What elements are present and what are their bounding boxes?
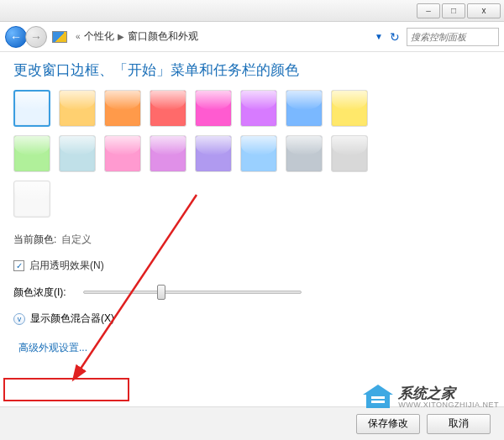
annotation-highlight-box: [3, 378, 129, 401]
color-swatch[interactable]: [150, 90, 186, 127]
minimize-button[interactable]: –: [417, 3, 440, 18]
color-swatch[interactable]: [286, 90, 323, 127]
svg-line-0: [79, 195, 197, 371]
transparency-checkbox[interactable]: ✓: [13, 260, 24, 271]
color-swatch[interactable]: [195, 90, 232, 127]
current-color-label: 当前颜色:: [13, 233, 56, 247]
slider-thumb[interactable]: [157, 285, 165, 300]
transparency-row[interactable]: ✓ 启用透明效果(N): [13, 259, 491, 273]
current-color-value: 自定义: [61, 233, 92, 247]
color-swatch[interactable]: [195, 135, 232, 172]
chevron-down-icon[interactable]: ▼: [375, 32, 383, 41]
advanced-appearance-link[interactable]: 高级外观设置...: [13, 338, 92, 359]
breadcrumb-item[interactable]: 个性化: [84, 29, 114, 44]
control-panel-icon: [52, 31, 67, 43]
color-swatch[interactable]: [13, 135, 50, 172]
window-titlebar: – □ x: [0, 0, 504, 22]
color-swatch[interactable]: [104, 90, 141, 127]
color-swatch[interactable]: [331, 135, 368, 172]
color-swatch[interactable]: [13, 181, 50, 217]
refresh-icon[interactable]: ↻: [390, 30, 400, 44]
intensity-label: 颜色浓度(I):: [13, 285, 66, 300]
color-swatch[interactable]: [286, 135, 323, 172]
page-title: 更改窗口边框、「开始」菜单和任务栏的颜色: [13, 60, 491, 80]
color-mixer-label: 显示颜色混合器(X): [30, 312, 114, 326]
slider-track: [83, 291, 302, 294]
color-swatch[interactable]: [59, 135, 96, 172]
maximize-button[interactable]: □: [442, 3, 465, 18]
intensity-slider[interactable]: [83, 285, 302, 300]
search-input[interactable]: [407, 28, 499, 46]
transparency-label: 启用透明效果(N): [29, 259, 104, 273]
intensity-row: 颜色浓度(I):: [13, 285, 491, 300]
color-swatch[interactable]: [13, 90, 50, 127]
color-swatch[interactable]: [104, 135, 141, 172]
color-swatch[interactable]: [240, 135, 277, 172]
breadcrumb[interactable]: « 个性化 ▶ 窗口颜色和外观: [72, 29, 198, 44]
color-swatch[interactable]: [150, 135, 186, 172]
address-bar: ← → « 个性化 ▶ 窗口颜色和外观 ▼ ↻: [0, 22, 504, 52]
current-color-row: 当前颜色: 自定义: [13, 233, 491, 247]
chevron-right-icon: «: [76, 32, 81, 41]
forward-button[interactable]: →: [25, 26, 47, 48]
chevron-right-icon: ▶: [118, 32, 124, 41]
cancel-button[interactable]: 取消: [427, 414, 491, 434]
close-button[interactable]: x: [467, 3, 501, 18]
color-swatch-grid: [13, 90, 383, 217]
color-swatch[interactable]: [59, 90, 96, 127]
save-button[interactable]: 保存修改: [356, 414, 420, 434]
content-area: 更改窗口边框、「开始」菜单和任务栏的颜色 当前颜色: 自定义 ✓ 启用透明效果(…: [0, 52, 504, 406]
back-button[interactable]: ←: [5, 26, 27, 48]
breadcrumb-item[interactable]: 窗口颜色和外观: [128, 29, 198, 44]
chevron-down-icon: v: [13, 313, 25, 325]
color-mixer-expander[interactable]: v 显示颜色混合器(X): [13, 312, 491, 326]
color-swatch[interactable]: [240, 90, 277, 127]
color-swatch[interactable]: [331, 90, 368, 127]
footer-bar: 保存修改 取消: [0, 406, 504, 440]
